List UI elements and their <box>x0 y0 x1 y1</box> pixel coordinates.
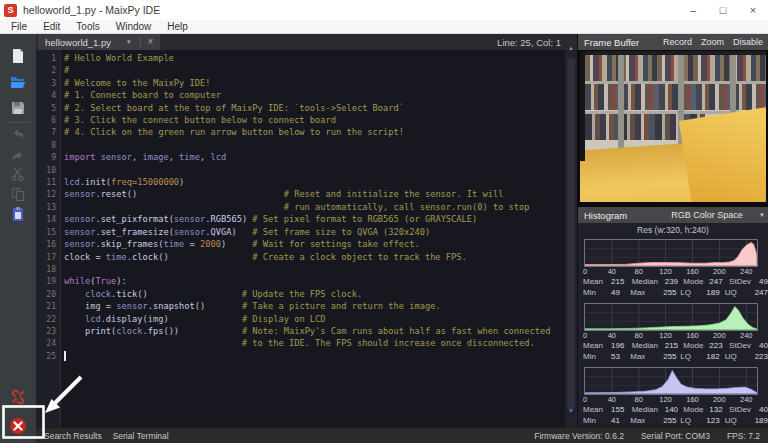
code-line: 1# Hello World Example <box>36 52 577 64</box>
axis-tick: 80 <box>631 331 647 340</box>
axis-tick: 80 <box>631 267 647 276</box>
code-line: 18 <box>36 263 577 275</box>
dropdown-caret-icon: ▼ <box>759 212 765 218</box>
histogram-channel-green: 04080120160200240Mean196Median215Mode223… <box>578 301 768 365</box>
histogram-stats-row: Mean155Median140Mode132StDev40 <box>583 404 768 415</box>
stat-label: Median <box>632 405 665 414</box>
menu-item-window[interactable]: Window <box>108 21 160 32</box>
code-line: 2# <box>36 64 577 76</box>
status-item: FPS: 7.2 <box>727 431 760 441</box>
stat-label: Median <box>632 277 665 286</box>
code-line: 17clock = time.clock() # Create a clock … <box>36 251 577 263</box>
stat-value: 255 <box>663 288 676 297</box>
menu-item-file[interactable]: File <box>3 21 35 32</box>
status-tabs: Search ResultsSerial Terminal <box>36 431 169 441</box>
code-line: 10 <box>36 164 577 176</box>
resolution-label: Res (w:320, h:240) <box>578 223 768 237</box>
editor-tab-bar: helloworld_1.py ▾ × Line: 25, Col: 1 <box>36 34 577 50</box>
image-top-edge <box>580 51 766 55</box>
stat-value: 155 <box>611 405 624 414</box>
stat-value: 123 <box>706 416 719 425</box>
code-line: 3# Welcome to the MaixPy IDE! <box>36 77 577 89</box>
histogram-channel-red: 04080120160200240Mean215Median239Mode247… <box>578 237 768 301</box>
stat-value: 196 <box>611 341 624 350</box>
stat-value: 41 <box>611 416 620 425</box>
stop-icon[interactable] <box>9 417 27 435</box>
color-space-dropdown[interactable]: RGB Color Space ▼ <box>646 207 768 223</box>
stat-lq: LQ123 <box>680 416 724 425</box>
zoom-button[interactable]: Zoom <box>701 37 724 47</box>
axis-tick: 200 <box>711 395 727 404</box>
editor-lines: 1# Hello World Example2#3# Welcome to th… <box>36 52 577 362</box>
stat-value: 49 <box>759 277 768 286</box>
histogram-channel-blue: 04080120160200240Mean155Median140Mode132… <box>578 365 768 429</box>
histogram-stats-row: Mean196Median215Mode223StDev40 <box>583 340 768 351</box>
tab-dropdown-icon[interactable]: ▾ <box>127 38 131 46</box>
stat-value: 247 <box>709 277 722 286</box>
open-file-icon[interactable] <box>10 74 26 90</box>
histogram-stats-row: Min49Max255LQ189UQ247 <box>583 287 768 298</box>
close-button[interactable]: × <box>738 0 768 20</box>
cut-icon[interactable] <box>10 166 26 182</box>
new-file-icon[interactable] <box>10 48 26 64</box>
panel-splitter[interactable] <box>577 34 578 427</box>
histogram-axis-red: 04080120160200240 <box>578 267 768 276</box>
histogram-axis-green: 04080120160200240 <box>578 331 768 340</box>
status-bar: Search ResultsSerial Terminal Firmware V… <box>36 427 768 443</box>
record-button[interactable]: Record <box>663 37 692 47</box>
stat-min: Min41 <box>583 416 630 425</box>
scroll-down-icon[interactable]: ▼ <box>565 405 577 417</box>
stat-min: Min49 <box>583 288 630 297</box>
stat-value: 53 <box>611 352 620 361</box>
code-line: 14sensor.set_pixformat(sensor.RGB565) # … <box>36 213 577 225</box>
copy-icon[interactable] <box>10 186 26 202</box>
bookshelf-row <box>585 84 766 110</box>
axis-tick: 240 <box>738 331 754 340</box>
code-line: 11lcd.init(freq=15000000) <box>36 176 577 188</box>
code-line: 7# 4. Click on the green run arrow butto… <box>36 126 577 138</box>
disable-button[interactable]: Disable <box>733 37 763 47</box>
menu-item-edit[interactable]: Edit <box>35 21 68 32</box>
tab-label: helloworld_1.py <box>45 37 111 48</box>
status-tab-search-results[interactable]: Search Results <box>44 431 102 441</box>
redo-icon[interactable] <box>10 148 26 164</box>
status-tab-serial-terminal[interactable]: Serial Terminal <box>113 431 169 441</box>
scrollbar-thumb[interactable] <box>567 58 575 410</box>
editor-scrollbar[interactable]: ▲ ▼ <box>565 50 577 427</box>
minimize-button[interactable]: – <box>678 0 708 20</box>
tab-close-icon[interactable]: × <box>140 37 154 47</box>
disconnect-icon[interactable] <box>10 389 26 405</box>
frame-buffer-header: Frame Buffer RecordZoomDisable <box>578 34 768 50</box>
stat-uq: UQ223 <box>725 352 768 361</box>
axis-tick: 200 <box>711 331 727 340</box>
maximize-button[interactable]: □ <box>708 0 738 20</box>
stat-lq: LQ189 <box>680 288 724 297</box>
stat-max: Max255 <box>630 288 680 297</box>
stat-label: Min <box>583 288 611 297</box>
axis-tick: 240 <box>738 395 754 404</box>
code-line: 12sensor.reset() # Reset and initialize … <box>36 188 577 200</box>
code-line: 16sensor.skip_frames(time = 2000) # Wait… <box>36 238 577 250</box>
status-item: Serial Port: COM3 <box>641 431 710 441</box>
menu-item-tools[interactable]: Tools <box>68 21 107 32</box>
code-editor[interactable]: 1# Hello World Example2#3# Welcome to th… <box>36 50 577 427</box>
color-space-label: RGB Color Space <box>671 210 743 220</box>
histogram-stats-row: Mean215Median239Mode247StDev49 <box>583 276 768 287</box>
code-line: 8 <box>36 139 577 151</box>
line-number: 21 <box>36 301 56 313</box>
undo-icon[interactable] <box>10 126 26 142</box>
code-line: 25 <box>36 350 577 362</box>
histogram-plot-blue <box>584 367 758 395</box>
paste-icon[interactable] <box>10 206 26 222</box>
window-title: helloworld_1.py - MaixPy IDE <box>23 4 160 16</box>
axis-tick: 0 <box>577 267 593 276</box>
tab-helloworld[interactable]: helloworld_1.py ▾ × <box>38 34 160 50</box>
save-icon[interactable] <box>10 100 26 116</box>
axis-tick: 200 <box>711 267 727 276</box>
line-number: 25 <box>36 351 56 363</box>
axis-tick: 160 <box>685 395 701 404</box>
scroll-up-icon[interactable]: ▲ <box>565 42 577 54</box>
menu-item-help[interactable]: Help <box>159 21 196 32</box>
stat-median: Median239 <box>632 277 684 286</box>
line-number: 14 <box>36 214 56 226</box>
